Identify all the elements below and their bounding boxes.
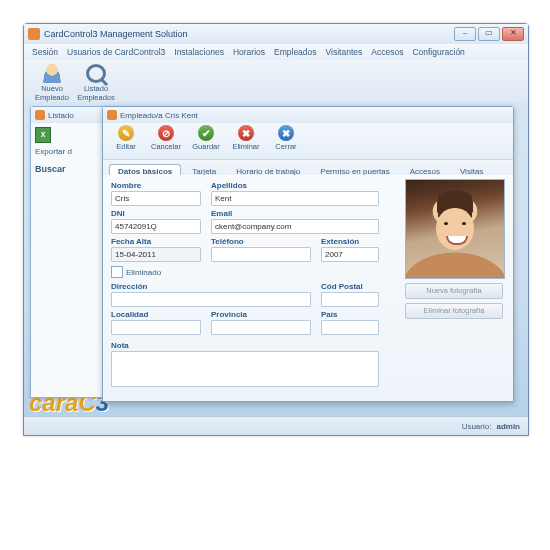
input-pais[interactable] (321, 320, 379, 335)
input-nota[interactable] (111, 351, 379, 387)
menubar: Sesión Usuarios de CardControl3 Instalac… (24, 44, 528, 60)
cerrar-button[interactable]: ✖Cerrar (267, 125, 305, 151)
checkbox-eliminado[interactable]: Eliminado (111, 266, 389, 278)
input-codpostal[interactable] (321, 292, 379, 307)
input-extension[interactable]: 2007 (321, 247, 379, 262)
nueva-fotografia-button[interactable]: Nueva fotografía (405, 283, 503, 299)
input-direccion[interactable] (111, 292, 311, 307)
label-codpostal: Cód Postal (321, 282, 379, 291)
search-icon (86, 64, 106, 83)
main-toolbar: Nuevo Empleado Listado Empleados (24, 60, 528, 107)
input-apellidos[interactable]: Kent (211, 191, 379, 206)
face-eyes (444, 222, 466, 225)
face-smile (446, 236, 468, 245)
user-add-icon (42, 64, 62, 83)
maximize-button[interactable]: ▭ (478, 27, 500, 41)
minimize-button[interactable]: – (454, 27, 476, 41)
input-localidad[interactable] (111, 320, 201, 335)
editar-button[interactable]: ✎Editar (107, 125, 145, 151)
cancel-icon: ⊘ (158, 125, 174, 141)
menu-horarios[interactable]: Horarios (233, 47, 265, 57)
save-icon: ✔ (198, 125, 214, 141)
label-provincia: Provincia (211, 310, 311, 319)
employee-photo[interactable] (405, 179, 505, 279)
label-direccion: Dirección (111, 282, 311, 291)
label-telefono: Teléfono (211, 237, 311, 246)
close-button[interactable]: ✕ (502, 27, 524, 41)
menu-visitantes[interactable]: Visitantes (326, 47, 363, 57)
photo-panel: Nueva fotografía Eliminar fotografía (405, 179, 503, 319)
input-nombre[interactable]: Cris (111, 191, 201, 206)
employee-icon (107, 110, 117, 120)
statusbar: Usuario: admin (24, 416, 528, 435)
menu-configuracion[interactable]: Configuración (412, 47, 464, 57)
menu-accesos[interactable]: Accesos (371, 47, 403, 57)
status-user-label: Usuario: (462, 422, 492, 431)
label-apellidos: Apellidos (211, 181, 379, 190)
nuevo-empleado-button[interactable]: Nuevo Empleado (30, 64, 74, 102)
employee-toolbar: ✎Editar ⊘Cancelar ✔Guardar ✖Eliminar ✖Ce… (103, 123, 513, 160)
input-telefono[interactable] (211, 247, 311, 262)
excel-icon[interactable]: X (35, 127, 51, 143)
label-localidad: Localidad (111, 310, 201, 319)
label-nombre: Nombre (111, 181, 201, 190)
listado-empleados-button[interactable]: Listado Empleados (74, 64, 118, 102)
delete-icon: ✖ (238, 125, 254, 141)
menu-sesion[interactable]: Sesión (32, 47, 58, 57)
input-fechaalta[interactable]: 15-04-2011 (111, 247, 201, 262)
status-user-value: admin (496, 422, 520, 431)
eliminar-button[interactable]: ✖Eliminar (227, 125, 265, 151)
menu-instalaciones[interactable]: Instalaciones (174, 47, 224, 57)
input-dni[interactable]: 45742091Q (111, 219, 201, 234)
checkbox-icon (111, 266, 123, 278)
workspace: caraC3 Listado X Exportar d Buscar Pue E… (24, 102, 528, 417)
menu-usuarios[interactable]: Usuarios de CardControl3 (67, 47, 165, 57)
employee-window: Empleado/a Cris Kent ✎Editar ⊘Cancelar ✔… (102, 106, 514, 402)
titlebar[interactable]: CardControl3 Management Solution – ▭ ✕ (24, 24, 528, 44)
label-fechaalta: Fecha Alta (111, 237, 201, 246)
input-email[interactable]: ckent@company.com (211, 219, 379, 234)
close-icon: ✖ (278, 125, 294, 141)
label-extension: Extensión (321, 237, 379, 246)
window-title: CardControl3 Management Solution (44, 29, 454, 39)
guardar-button[interactable]: ✔Guardar (187, 125, 225, 151)
label-pais: País (321, 310, 379, 319)
pencil-icon: ✎ (118, 125, 134, 141)
main-window: CardControl3 Management Solution – ▭ ✕ S… (23, 23, 529, 436)
menu-empleados[interactable]: Empleados (274, 47, 317, 57)
app-icon (28, 28, 40, 40)
list-icon (35, 110, 45, 120)
employee-form: NombreCris ApellidosKent DNI45742091Q Em… (103, 175, 513, 401)
eliminar-fotografia-button[interactable]: Eliminar fotografía (405, 303, 503, 319)
employee-titlebar[interactable]: Empleado/a Cris Kent (103, 107, 513, 123)
label-email: Email (211, 209, 379, 218)
label-nota: Nota (111, 341, 379, 350)
cancelar-button[interactable]: ⊘Cancelar (147, 125, 185, 151)
input-provincia[interactable] (211, 320, 311, 335)
label-dni: DNI (111, 209, 201, 218)
